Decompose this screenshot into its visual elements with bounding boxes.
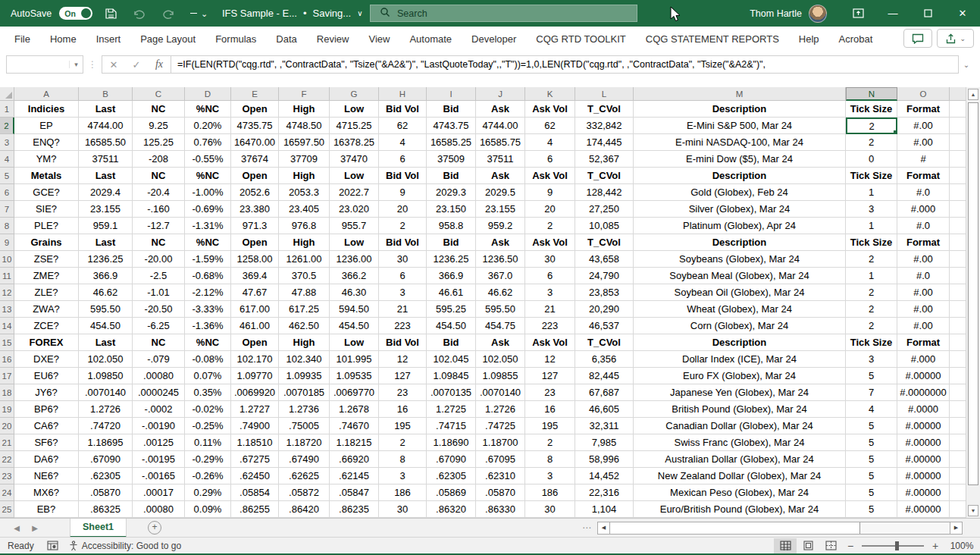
ribbon-tab-home[interactable]: Home — [40, 27, 86, 51]
cell-O21[interactable]: #.00000 — [897, 434, 950, 451]
cell-G11[interactable]: 366.2 — [330, 268, 379, 284]
ribbon-tab-automate[interactable]: Automate — [399, 27, 462, 51]
cell-M23[interactable]: New Zealand Dollar (Globex), Mar 24 — [634, 468, 846, 484]
cell-F24[interactable]: .05872 — [279, 484, 330, 501]
cell-E19[interactable]: 1.2727 — [231, 401, 279, 418]
zoom-slider[interactable] — [862, 545, 924, 547]
cell-M10[interactable]: Soybeans (Globex), Mar 24 — [634, 251, 846, 268]
cell-E17[interactable]: 1.09770 — [231, 368, 279, 384]
cell-A11[interactable]: ZME? — [14, 268, 79, 284]
cell-O9[interactable]: Format — [897, 234, 950, 251]
cell-B10[interactable]: 1236.25 — [79, 251, 133, 268]
horizontal-scroll-thumb[interactable] — [610, 522, 860, 534]
cell-J17[interactable]: 1.09855 — [476, 368, 525, 384]
row-header-18[interactable]: 18 — [0, 384, 14, 401]
cell-I9[interactable]: Bid — [427, 234, 476, 251]
cell-A5[interactable]: Metals — [14, 168, 79, 184]
cell-H3[interactable]: 4 — [379, 134, 427, 151]
cell-F7[interactable]: 23.405 — [279, 201, 330, 218]
cell-J18[interactable]: .0070140 — [476, 384, 525, 401]
cell-H9[interactable]: Bid Vol — [379, 234, 427, 251]
cell-H22[interactable]: 8 — [379, 451, 427, 468]
cell-O14[interactable]: #.00 — [897, 318, 950, 334]
cell-O11[interactable]: #.0 — [897, 268, 950, 284]
cell-K6[interactable]: 9 — [525, 184, 575, 201]
cell-J14[interactable]: 454.75 — [476, 318, 525, 334]
cell-L25[interactable]: 1,104 — [575, 501, 634, 518]
cell-J21[interactable]: 1.18700 — [476, 434, 525, 451]
column-header-M[interactable]: M — [634, 87, 846, 101]
cell-D1[interactable]: %NC — [185, 101, 231, 118]
cell-K25[interactable]: 30 — [525, 501, 575, 518]
insert-function-icon[interactable]: fx — [148, 56, 171, 73]
cell-L14[interactable]: 46,537 — [575, 318, 634, 334]
cell-O18[interactable]: #.0000000 — [897, 384, 950, 401]
cell-H1[interactable]: Bid Vol — [379, 101, 427, 118]
cell-I7[interactable]: 23.150 — [427, 201, 476, 218]
cell-L2[interactable]: 332,842 — [575, 118, 634, 134]
row-header-8[interactable]: 8 — [0, 218, 14, 234]
cell-B2[interactable]: 4744.00 — [79, 118, 133, 134]
cell-M16[interactable]: Dollar Index (ICE), Mar 24 — [634, 351, 846, 368]
tab-scroll-splitter[interactable]: ⋯ — [582, 522, 591, 533]
cell-D6[interactable]: -1.00% — [185, 184, 231, 201]
cell-M5[interactable]: Description — [634, 168, 846, 184]
cancel-entry-icon[interactable]: ✕ — [102, 56, 125, 73]
cell-G19[interactable]: 1.2678 — [330, 401, 379, 418]
row-header-20[interactable]: 20 — [0, 418, 14, 434]
cell-O2[interactable]: #.00 — [897, 118, 950, 134]
cell-E1[interactable]: Open — [231, 101, 279, 118]
cell-N10[interactable]: 2 — [846, 251, 897, 268]
cell-H18[interactable]: 23 — [379, 384, 427, 401]
cell-B12[interactable]: 46.62 — [79, 284, 133, 301]
cell-K20[interactable]: 195 — [525, 418, 575, 434]
cell-G12[interactable]: 46.30 — [330, 284, 379, 301]
cell-M20[interactable]: Canadian Dollar (Globex), Mar 24 — [634, 418, 846, 434]
column-header-C[interactable]: C — [133, 87, 185, 101]
cell-E25[interactable]: .86255 — [231, 501, 279, 518]
cell-G20[interactable]: .74670 — [330, 418, 379, 434]
cell-J22[interactable]: .67095 — [476, 451, 525, 468]
cell-I18[interactable]: .0070135 — [427, 384, 476, 401]
cell-N23[interactable]: 5 — [846, 468, 897, 484]
formula-input[interactable]: =IF(LEN(RTD("cqg.rtd", ,"ContractData", … — [171, 55, 959, 74]
sheet-tab-sheet1[interactable]: Sheet1 — [70, 519, 127, 538]
zoom-in-button[interactable]: + — [927, 540, 944, 552]
cell-K8[interactable]: 2 — [525, 218, 575, 234]
name-box-dropdown-icon[interactable]: ▾ — [69, 61, 83, 68]
page-break-preview-icon[interactable] — [819, 538, 842, 553]
column-header-H[interactable]: H — [379, 87, 427, 101]
row-header-19[interactable]: 19 — [0, 401, 14, 418]
cell-K9[interactable]: Ask Vol — [525, 234, 575, 251]
cell-F3[interactable]: 16597.50 — [279, 134, 330, 151]
cell-F22[interactable]: .67490 — [279, 451, 330, 468]
cell-M24[interactable]: Mexican Peso (Globex), Mar 24 — [634, 484, 846, 501]
cell-I16[interactable]: 102.045 — [427, 351, 476, 368]
cell-L17[interactable]: 82,445 — [575, 368, 634, 384]
column-header-G[interactable]: G — [330, 87, 379, 101]
cell-O7[interactable]: #.000 — [897, 201, 950, 218]
cell-A21[interactable]: SF6? — [14, 434, 79, 451]
cell-B15[interactable]: Last — [79, 334, 133, 351]
cell-A17[interactable]: EU6? — [14, 368, 79, 384]
cell-C4[interactable]: -208 — [133, 151, 185, 168]
cell-D9[interactable]: %NC — [185, 234, 231, 251]
cell-E11[interactable]: 369.4 — [231, 268, 279, 284]
cell-J11[interactable]: 367.0 — [476, 268, 525, 284]
cell-E10[interactable]: 1258.00 — [231, 251, 279, 268]
cell-B22[interactable]: .67090 — [79, 451, 133, 468]
cell-L4[interactable]: 52,367 — [575, 151, 634, 168]
cell-O24[interactable]: #.00000 — [897, 484, 950, 501]
close-button[interactable]: ✕ — [945, 0, 980, 27]
cell-B20[interactable]: .74720 — [79, 418, 133, 434]
cell-D8[interactable]: -1.31% — [185, 218, 231, 234]
cell-C23[interactable]: -.00165 — [133, 468, 185, 484]
cell-C18[interactable]: .0000245 — [133, 384, 185, 401]
cell-N21[interactable]: 5 — [846, 434, 897, 451]
cell-J9[interactable]: Ask — [476, 234, 525, 251]
ribbon-tab-cqg-rtd-toolkit[interactable]: CQG RTD TOOLKIT — [526, 27, 635, 51]
column-header-L[interactable]: L — [575, 87, 634, 101]
cell-H16[interactable]: 12 — [379, 351, 427, 368]
cell-K17[interactable]: 127 — [525, 368, 575, 384]
cell-L1[interactable]: T_CVol — [575, 101, 634, 118]
